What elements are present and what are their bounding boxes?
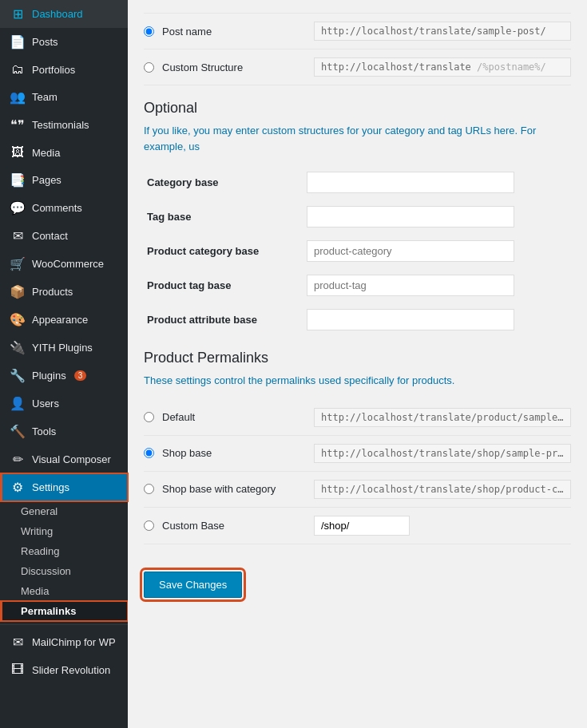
submenu-item-reading[interactable]: Reading xyxy=(0,541,128,561)
custom-base-row: Custom Base xyxy=(144,508,571,544)
submenu-item-media[interactable]: Media xyxy=(0,581,128,601)
post-name-url: http://localhost/translate/sample-post/ xyxy=(314,22,571,41)
submenu-item-permalinks[interactable]: Permalinks xyxy=(0,601,128,621)
shop-base-radio[interactable] xyxy=(144,448,154,458)
custom-base-radio[interactable] xyxy=(144,520,154,531)
product-attribute-base-label: Product attribute base xyxy=(144,303,303,337)
sidebar-item-comments[interactable]: 💬Comments xyxy=(0,194,128,222)
sidebar: ⊞Dashboard📄Posts🗂Portfolios👥Team❝❞Testim… xyxy=(0,0,128,728)
sidebar-item-label-mailchimp: MailChimp for WP xyxy=(32,636,116,648)
optional-info: If you like, you may enter custom struct… xyxy=(144,123,571,154)
sidebar-item-slider-revolution[interactable]: 🎞Slider Revolution xyxy=(0,656,128,683)
sidebar-item-label-contact: Contact xyxy=(32,230,68,242)
default-permalink-row: Default http://localhost/translate/produ… xyxy=(144,400,571,436)
sidebar-item-products[interactable]: 📦Products xyxy=(0,278,128,306)
sidebar-item-woocommerce[interactable]: 🛒WooCommerce xyxy=(0,250,128,278)
product-category-base-row: Product category base xyxy=(144,234,571,268)
submenu-item-writing[interactable]: Writing xyxy=(0,521,128,541)
default-permalink-radio[interactable] xyxy=(144,412,154,422)
appearance-icon: 🎨 xyxy=(10,312,26,327)
optional-title: Optional xyxy=(144,100,571,117)
shop-base-row: Shop base http://localhost/translate/sho… xyxy=(144,436,571,472)
tools-icon: 🔨 xyxy=(10,424,26,439)
sidebar-item-appearance[interactable]: 🎨Appearance xyxy=(0,306,128,334)
products-icon: 📦 xyxy=(10,284,26,299)
sidebar-item-label-team: Team xyxy=(32,91,58,103)
default-permalink-label: Default xyxy=(162,411,306,423)
dashboard-icon: ⊞ xyxy=(10,6,26,22)
sidebar-item-label-woocommerce: WooCommerce xyxy=(32,258,104,270)
shop-base-url: http://localhost/translate/shop/sample-p… xyxy=(314,444,571,463)
comments-icon: 💬 xyxy=(10,200,26,216)
product-permalinks-title: Product Permalinks xyxy=(144,350,571,366)
sidebar-item-plugins[interactable]: 🔧Plugins3 xyxy=(0,362,128,390)
shop-base-category-label: Shop base with category xyxy=(162,483,306,495)
sidebar-item-settings[interactable]: ⚙Settings xyxy=(0,473,128,501)
category-base-row: Category base xyxy=(144,165,571,200)
sidebar-item-label-dashboard: Dashboard xyxy=(32,8,83,20)
sidebar-item-posts[interactable]: 📄Posts xyxy=(0,28,128,56)
submenu-item-discussion[interactable]: Discussion xyxy=(0,561,128,581)
main-content: Post name http://localhost/translate/sam… xyxy=(128,0,587,728)
default-permalink-url: http://localhost/translate/product/sampl… xyxy=(314,408,571,427)
optional-fields-table: Category base Tag base Product category … xyxy=(144,165,571,337)
posts-icon: 📄 xyxy=(10,34,26,49)
sidebar-item-media[interactable]: 🖼Media xyxy=(0,139,128,166)
sidebar-item-label-appearance: Appearance xyxy=(32,314,88,326)
product-attribute-base-row: Product attribute base xyxy=(144,303,571,337)
product-category-base-input[interactable] xyxy=(307,240,514,262)
sidebar-item-yith-plugins[interactable]: 🔌YITH Plugins xyxy=(0,334,128,362)
sidebar-item-testimonials[interactable]: ❝❞Testimonials xyxy=(0,111,128,139)
custom-base-input[interactable] xyxy=(314,516,410,536)
users-icon: 👤 xyxy=(10,396,26,411)
settings-icon: ⚙ xyxy=(10,480,26,495)
product-attribute-base-input[interactable] xyxy=(307,309,514,330)
sidebar-item-pages[interactable]: 📑Pages xyxy=(0,166,128,194)
sidebar-item-team[interactable]: 👥Team xyxy=(0,83,128,111)
save-changes-button[interactable]: Save Changes xyxy=(144,572,242,598)
sidebar-item-label-pages: Pages xyxy=(32,174,61,186)
plugins-badge: 3 xyxy=(74,370,87,381)
sidebar-item-users[interactable]: 👤Users xyxy=(0,390,128,417)
sidebar-item-label-users: Users xyxy=(32,398,59,410)
product-tag-base-label: Product tag base xyxy=(144,268,303,303)
product-tag-base-row: Product tag base xyxy=(144,268,571,303)
category-base-input[interactable] xyxy=(307,172,514,193)
post-name-label: Post name xyxy=(162,26,306,38)
shop-base-category-row: Shop base with category http://localhost… xyxy=(144,472,571,508)
sidebar-item-label-plugins: Plugins xyxy=(32,370,66,382)
pages-icon: 📑 xyxy=(10,172,26,188)
sidebar-item-portfolios[interactable]: 🗂Portfolios xyxy=(0,56,128,83)
tag-base-row: Tag base xyxy=(144,200,571,234)
sidebar-item-label-slider-revolution: Slider Revolution xyxy=(32,664,110,676)
product-tag-base-input[interactable] xyxy=(307,275,514,296)
sidebar-item-label-posts: Posts xyxy=(32,36,58,48)
visual-composer-icon: ✏ xyxy=(10,452,26,467)
sidebar-item-label-portfolios: Portfolios xyxy=(32,64,75,76)
product-category-base-label: Product category base xyxy=(144,234,303,268)
sidebar-item-label-comments: Comments xyxy=(32,202,82,214)
post-name-radio[interactable] xyxy=(144,26,154,37)
tag-base-input[interactable] xyxy=(307,206,514,228)
sidebar-item-dashboard[interactable]: ⊞Dashboard xyxy=(0,0,128,28)
shop-base-category-radio[interactable] xyxy=(144,484,154,494)
testimonials-icon: ❝❞ xyxy=(10,117,26,133)
custom-structure-radio[interactable] xyxy=(144,62,154,73)
woocommerce-icon: 🛒 xyxy=(10,256,26,271)
sidebar-item-tools[interactable]: 🔨Tools xyxy=(0,417,128,445)
sidebar-item-label-tools: Tools xyxy=(32,425,56,437)
mailchimp-icon: ✉ xyxy=(10,635,26,650)
custom-structure-row: Custom Structure http://localhost/transl… xyxy=(144,49,571,85)
sidebar-item-label-media: Media xyxy=(32,147,60,159)
sidebar-item-visual-composer[interactable]: ✏Visual Composer xyxy=(0,445,128,473)
category-base-label: Category base xyxy=(144,165,303,200)
submenu-item-general[interactable]: General xyxy=(0,501,128,521)
custom-structure-label: Custom Structure xyxy=(162,61,306,73)
shop-base-category-url: http://localhost/translate/shop/product-… xyxy=(314,480,571,499)
sidebar-item-mailchimp[interactable]: ✉MailChimp for WP xyxy=(0,628,128,656)
sidebar-item-contact[interactable]: ✉Contact xyxy=(0,222,128,250)
media-icon: 🖼 xyxy=(10,145,26,160)
sidebar-item-label-yith-plugins: YITH Plugins xyxy=(32,342,93,354)
plugins-icon: 🔧 xyxy=(10,368,26,383)
portfolios-icon: 🗂 xyxy=(10,62,26,77)
